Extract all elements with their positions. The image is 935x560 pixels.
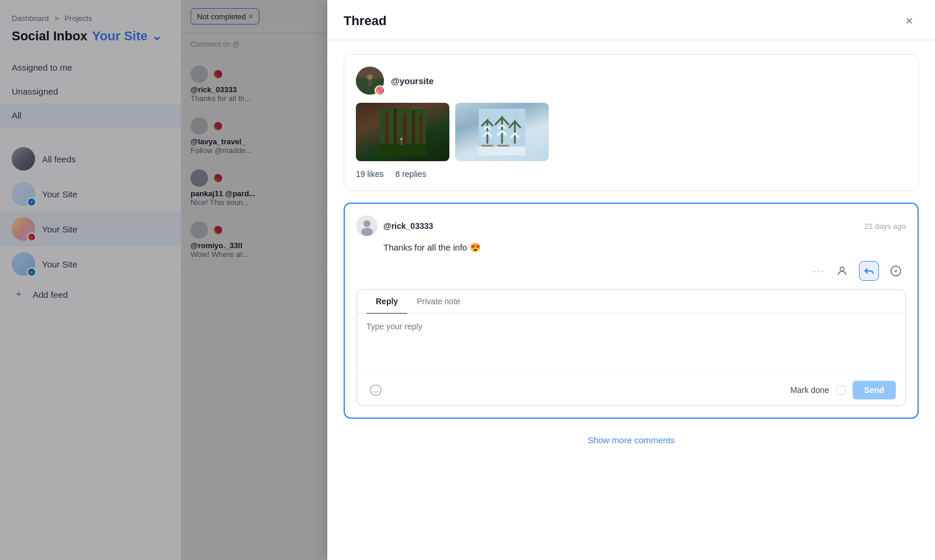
modal-title: Thread <box>344 13 386 29</box>
post-username: @yoursite <box>391 76 434 86</box>
emoji-icon <box>369 384 382 396</box>
svg-rect-16 <box>479 147 525 155</box>
show-more-comments-button[interactable]: Show more comments <box>344 430 919 450</box>
send-button[interactable]: Send <box>853 381 896 399</box>
comment-author-info: @rick_03333 <box>356 215 433 236</box>
post-replies: 8 replies <box>395 169 426 179</box>
svg-rect-8 <box>412 110 415 147</box>
post-images <box>356 103 906 161</box>
post-stats: 19 likes 8 replies <box>356 169 906 179</box>
comment-body-text: Thanks for all the info 😍 <box>383 242 906 253</box>
post-likes: 19 likes <box>356 169 383 179</box>
comment-avatar <box>356 215 378 236</box>
commenter-avatar-image <box>356 215 378 236</box>
checkmark-icon <box>890 265 902 277</box>
instagram-icon <box>377 88 383 93</box>
close-button[interactable]: × <box>900 12 919 30</box>
svg-rect-10 <box>379 144 426 155</box>
reply-tabs: Reply Private note <box>357 290 905 314</box>
modal-body: @yoursite <box>327 40 935 560</box>
svg-rect-6 <box>394 109 397 147</box>
reply-footer: Mark done Send <box>357 374 905 405</box>
svg-rect-7 <box>403 113 407 147</box>
post-avatar-wrap <box>356 67 384 95</box>
forest-thumbnail <box>379 109 426 155</box>
reply-button[interactable] <box>859 261 879 281</box>
tab-reply[interactable]: Reply <box>366 290 407 314</box>
svg-point-18 <box>363 220 370 227</box>
post-image-forest <box>356 103 449 161</box>
mark-done-label: Mark done <box>791 385 829 395</box>
svg-point-19 <box>361 228 373 236</box>
post-instagram-badge-icon <box>375 85 385 96</box>
post-card: @yoursite <box>344 54 919 191</box>
tab-private-note[interactable]: Private note <box>407 290 470 314</box>
emoji-button[interactable] <box>366 381 385 399</box>
comment-actions: ··· <box>356 261 906 281</box>
comment-header: @rick_03333 21 days ago <box>356 215 906 236</box>
more-actions-button[interactable]: ··· <box>813 265 825 277</box>
person-icon <box>836 265 848 277</box>
comment-username: @rick_03333 <box>383 221 433 231</box>
svg-rect-12 <box>400 140 403 145</box>
svg-rect-3 <box>368 80 372 86</box>
svg-rect-5 <box>385 112 389 147</box>
modal-header: Thread × <box>327 0 935 40</box>
comment-timestamp: 21 days ago <box>864 222 906 231</box>
thread-modal: Thread × <box>327 0 935 560</box>
svg-point-22 <box>370 385 381 395</box>
snow-thumbnail <box>479 109 525 155</box>
svg-point-11 <box>400 138 403 140</box>
comment-card: @rick_03333 21 days ago Thanks for all t… <box>344 203 919 419</box>
resolve-button[interactable] <box>886 261 906 281</box>
reply-icon <box>863 265 875 277</box>
svg-point-20 <box>840 267 844 271</box>
assign-button[interactable] <box>832 261 852 281</box>
reply-area: Reply Private note Mark done <box>356 289 906 406</box>
reply-input[interactable] <box>357 314 905 372</box>
post-card-header: @yoursite <box>356 67 906 95</box>
post-image-snow <box>455 103 549 161</box>
mark-done-checkbox[interactable] <box>836 385 846 395</box>
svg-rect-9 <box>419 114 423 147</box>
reply-right-controls: Mark done Send <box>791 381 896 399</box>
svg-point-2 <box>367 74 373 80</box>
